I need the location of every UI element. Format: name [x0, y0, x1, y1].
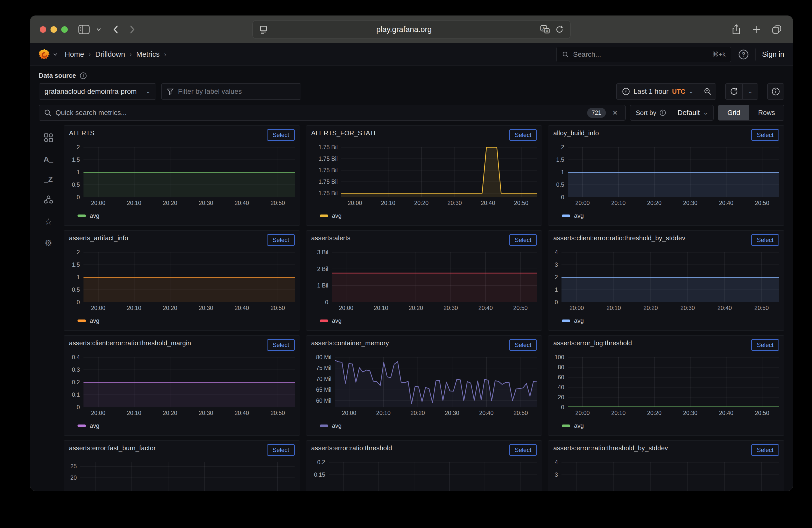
search-icon: [562, 51, 569, 58]
org-switcher-chevron-icon[interactable]: [53, 53, 57, 56]
plot-area: [84, 147, 295, 197]
info-icon[interactable]: [659, 109, 666, 116]
x-tick-label: 20:10: [611, 410, 626, 416]
select-button[interactable]: Select: [267, 234, 295, 246]
panel-legend[interactable]: avg: [562, 422, 779, 429]
select-button[interactable]: Select: [509, 444, 537, 456]
reload-icon[interactable]: [555, 25, 564, 34]
select-button[interactable]: Select: [751, 444, 779, 456]
panel-chart[interactable]: 21.510.50: [69, 147, 295, 197]
y-tick-label: 0.2: [317, 459, 325, 466]
panel-title: alloy_build_info: [553, 129, 599, 137]
forward-button[interactable]: [129, 25, 135, 34]
global-search-input[interactable]: Search... ⌘+k: [556, 47, 731, 62]
share-icon[interactable]: [732, 24, 741, 35]
panel-legend[interactable]: avg: [562, 317, 779, 324]
x-tick-label: 20:20: [414, 200, 429, 206]
sort-by-label: Sort by: [636, 109, 656, 117]
panel-legend[interactable]: avg: [562, 212, 779, 219]
select-button[interactable]: Select: [267, 129, 295, 141]
label-filter-input[interactable]: Filter by label values: [161, 84, 301, 100]
browser-titlebar: play.grafana.org A a: [30, 16, 793, 43]
y-tick-label: 1: [77, 274, 80, 281]
refresh-interval-dropdown[interactable]: ⌄: [742, 84, 758, 99]
panel-chart[interactable]: 1.75 Bil1.75 Bil1.75 Bil1.75 Bil1.75 Bil: [311, 147, 537, 197]
time-range-button[interactable]: Last 1 hour UTC ⌄: [617, 84, 699, 99]
select-button[interactable]: Select: [509, 129, 537, 141]
select-button[interactable]: Select: [751, 339, 779, 351]
select-button[interactable]: Select: [509, 234, 537, 246]
x-tick-label: 20:00: [339, 305, 353, 311]
view-rows-option[interactable]: Rows: [749, 105, 784, 120]
panel-legend[interactable]: avg: [77, 422, 295, 429]
info-icon[interactable]: [79, 72, 87, 79]
view-grid-option[interactable]: Grid: [718, 105, 749, 120]
panel-legend[interactable]: avg: [320, 422, 537, 429]
panel-chart[interactable]: 3 Bil2 Bil1 Bil0: [311, 252, 537, 302]
panel-chart[interactable]: 43210: [553, 252, 779, 302]
sidebar-chevron-icon[interactable]: [96, 28, 101, 31]
group-icon[interactable]: [44, 195, 53, 205]
panel-info-button[interactable]: [767, 84, 784, 100]
address-bar[interactable]: play.grafana.org A a: [252, 20, 570, 39]
panel-chart[interactable]: 43: [553, 462, 779, 491]
panel-chart[interactable]: 21.510.50: [553, 147, 779, 197]
grafana-logo[interactable]: [39, 48, 51, 61]
settings-gear-icon[interactable]: ⚙: [44, 238, 52, 248]
sort-select[interactable]: Default ⌄: [672, 105, 713, 120]
bookmarks-star-icon[interactable]: ☆: [44, 217, 52, 226]
metric-panel: alloy_build_info Select 21.510.50 20:002…: [548, 126, 784, 225]
back-button[interactable]: [113, 25, 119, 34]
panel-chart[interactable]: 80 Mil75 Mil70 Mil65 Mil60 Mil: [311, 357, 537, 407]
breadcrumb-drilldown[interactable]: Drilldown: [95, 50, 125, 59]
panel-legend[interactable]: avg: [320, 212, 537, 219]
sign-in-button[interactable]: Sign in: [762, 50, 784, 59]
clear-search-icon[interactable]: ✕: [612, 109, 618, 117]
plot-area: [329, 462, 537, 491]
data-source-select[interactable]: grafanacloud-demoinfra-prom ⌄: [39, 84, 156, 100]
x-tick-label: 20:50: [754, 305, 769, 311]
breadcrumb-metrics[interactable]: Metrics: [136, 50, 160, 59]
prefix-filter-icon[interactable]: A_: [44, 155, 53, 163]
zoom-window-button[interactable]: [61, 26, 68, 33]
new-tab-icon[interactable]: [752, 25, 761, 34]
panel-chart[interactable]: 0.20.15: [311, 462, 537, 491]
y-tick-label: 80: [558, 364, 564, 371]
panel-chart[interactable]: 100806040200: [553, 357, 779, 407]
sidebar-toggle-icon[interactable]: [78, 25, 90, 34]
x-axis: 20:0020:1020:2020:3020:4020:50: [84, 305, 295, 313]
plot-area: [562, 252, 779, 302]
panel-chart[interactable]: 21.510.50: [69, 252, 295, 302]
minimize-window-button[interactable]: [50, 26, 57, 33]
breadcrumb-separator: ›: [130, 50, 132, 58]
select-button[interactable]: Select: [751, 234, 779, 246]
quick-search-input[interactable]: Quick search metrics... 721 ✕: [39, 105, 625, 120]
refresh-button[interactable]: [725, 84, 742, 99]
y-tick-label: 100: [554, 354, 564, 361]
select-button[interactable]: Select: [751, 129, 779, 141]
panel-legend[interactable]: avg: [77, 212, 295, 219]
select-button[interactable]: Select: [267, 339, 295, 351]
select-button[interactable]: Select: [267, 444, 295, 456]
zoom-out-icon: [704, 88, 712, 96]
close-window-button[interactable]: [40, 26, 46, 33]
x-tick-label: 20:30: [199, 305, 213, 311]
metric-panel: ALERTS Select 21.510.50 20:0020:1020:202…: [64, 126, 300, 225]
all-metrics-icon[interactable]: [44, 133, 53, 144]
suffix-filter-icon[interactable]: _Z: [44, 175, 53, 184]
tab-overview-icon[interactable]: [772, 25, 782, 34]
panel-legend[interactable]: avg: [77, 317, 295, 324]
panel-chart[interactable]: 2520: [69, 462, 295, 491]
metric-panel: asserts:container_memory Select 80 Mil75…: [306, 336, 542, 436]
zoom-out-time-button[interactable]: [699, 84, 716, 99]
panel-chart[interactable]: 0.40.30.20.10: [69, 357, 295, 407]
select-button[interactable]: Select: [509, 339, 537, 351]
translate-icon[interactable]: A a: [540, 25, 550, 34]
x-tick-label: 20:10: [127, 305, 142, 311]
breadcrumb-home[interactable]: Home: [65, 50, 84, 59]
reader-view-icon[interactable]: [259, 25, 268, 34]
help-icon[interactable]: ?: [738, 49, 749, 60]
panel-legend[interactable]: avg: [320, 317, 537, 324]
y-tick-label: 1.75 Bil: [319, 156, 338, 162]
x-tick-label: 20:00: [569, 305, 584, 311]
